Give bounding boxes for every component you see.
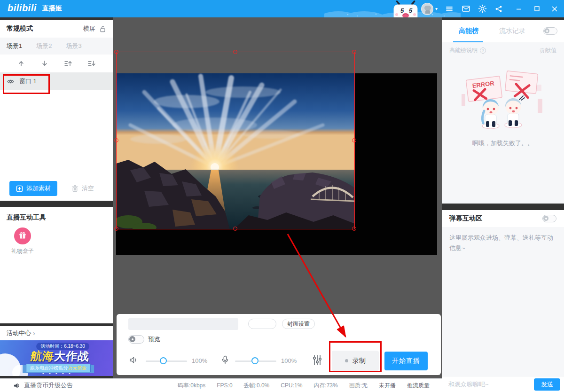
danmaku-card: 弹幕互动区 这里展示观众进场、弹幕、送礼等互动信息~ 发送 (442, 210, 564, 392)
gift-box-label: 礼物盒子 (9, 247, 36, 255)
scene-tab-2[interactable]: 场景2 (36, 42, 52, 50)
stream-stats: 码率:0kbps FPS:0 丢帧:0.0% CPU:1% 内存:73% 画质:… (178, 382, 430, 390)
banner-title: 航海大作战 (30, 349, 90, 364)
chat-input[interactable] (442, 381, 534, 388)
gift-box-tool[interactable]: 礼物盒子 (9, 227, 36, 255)
danmaku-title: 弹幕互动区 (449, 214, 542, 223)
interaction-panel: 高能榜 流水记录 高能榜说明 ? 贡献值 (442, 17, 564, 392)
activity-banner[interactable]: 活动时间：6.18~6.30 航海大作战 娱乐电台冲榜瓜分万元奖金 (0, 340, 113, 376)
start-live-button[interactable]: 开始直播 (384, 352, 428, 370)
bilibili-logo: bilibili (8, 3, 37, 14)
trash-icon (71, 185, 78, 192)
scene-tabs: 场景1 场景2 场景3 (0, 38, 113, 55)
share-icon[interactable] (494, 4, 503, 14)
banner-title-rest: 大作战 (54, 350, 90, 362)
speaker-volume-knob[interactable] (160, 357, 167, 364)
activity-center-link[interactable]: 活动中心 › (0, 326, 113, 340)
audio-settings-sliders-icon[interactable] (312, 354, 322, 366)
source-item-window1[interactable]: 窗口 1 (0, 72, 113, 90)
titlebar-actions: ▾ (421, 0, 559, 17)
mail-icon[interactable] (461, 4, 470, 14)
plus-square-icon (16, 185, 23, 192)
category-pill[interactable] (248, 319, 276, 329)
resize-handle-bottom-left[interactable] (114, 227, 118, 231)
banner-dots (43, 373, 70, 374)
mode-label: 常规模式 (7, 24, 83, 33)
mic-volume-value: 100% (281, 357, 297, 364)
resize-handle-mid-left[interactable] (114, 138, 118, 142)
svg-text:5: 5 (400, 7, 404, 14)
resize-handle-top-right[interactable] (352, 50, 356, 54)
stat-push-quality[interactable]: 推流质量 (407, 382, 430, 390)
megaphone-icon (13, 382, 20, 389)
contribution-label: 贡献值 (540, 47, 556, 55)
stat-fps: FPS:0 (217, 382, 232, 389)
tab-flow-record[interactable]: 流水记录 (499, 27, 525, 35)
microphone-icon[interactable] (221, 355, 229, 365)
announcement[interactable]: 直播货币升级公告 (13, 381, 73, 390)
move-down-icon[interactable] (39, 58, 50, 69)
danmaku-hint: 这里展示观众进场、弹幕、送礼等互动信息~ (442, 227, 564, 376)
orientation-label[interactable]: 横屏 (83, 24, 95, 33)
audio-mixer: 100% 100% 录制 开始直播 (117, 352, 441, 370)
speaker-volume-icon[interactable] (129, 355, 138, 365)
avatar[interactable] (421, 3, 433, 15)
resize-handle-bottom-center[interactable] (233, 227, 237, 231)
add-source-label: 添加素材 (26, 184, 51, 193)
chevron-right-icon: › (33, 329, 35, 337)
record-dot-icon (345, 359, 348, 362)
banner-ribbon: 娱乐电台冲榜瓜分万元奖金 (26, 364, 91, 372)
move-to-top-icon[interactable] (63, 58, 73, 69)
move-to-bottom-icon[interactable] (86, 58, 97, 69)
rank-tabs: 高能榜 流水记录 (442, 20, 564, 42)
tab-high-energy[interactable]: 高能榜 (459, 27, 478, 35)
toggle-knob (129, 336, 135, 342)
visibility-eye-icon[interactable] (7, 78, 15, 86)
danmaku-toggle[interactable] (542, 215, 556, 222)
stream-title-input[interactable] (128, 318, 238, 330)
stat-dropped-frames: 丢帧:0.0% (244, 382, 270, 390)
send-button[interactable]: 发送 (534, 378, 560, 391)
stat-memory: 内存:73% (313, 382, 337, 390)
source-label: 窗口 1 (19, 77, 37, 86)
move-up-icon[interactable] (16, 58, 26, 69)
activity-center-label: 活动中心 (7, 329, 31, 337)
preview-label: 预览 (148, 335, 160, 344)
minimize-button[interactable] (514, 4, 524, 14)
app-window: bilibili 直播姬 5 5 (0, 0, 564, 392)
stat-quality: 画质:无 (349, 382, 368, 390)
rank-toggle[interactable] (543, 27, 557, 35)
resize-handle-bottom-right[interactable] (352, 227, 356, 231)
mic-volume-knob[interactable] (251, 357, 258, 364)
scene-tab-3[interactable]: 场景3 (66, 42, 81, 50)
stat-bitrate: 码率:0kbps (178, 382, 205, 390)
scene-tab-1[interactable]: 场景1 (7, 42, 22, 50)
gift-icon (14, 227, 31, 244)
caret-down-icon[interactable]: ▾ (435, 6, 438, 11)
resize-handle-mid-right[interactable] (352, 138, 356, 142)
menu-icon[interactable] (445, 4, 454, 14)
resize-handle-top-left[interactable] (114, 50, 118, 54)
source-selection-box[interactable] (116, 52, 355, 229)
banner-title-em: 航海 (30, 350, 55, 362)
close-button[interactable] (550, 4, 559, 14)
record-button[interactable]: 录制 (332, 351, 379, 371)
svg-text:5: 5 (409, 7, 413, 14)
user-avatar-menu[interactable]: ▾ (421, 3, 438, 15)
resize-handle-top-center[interactable] (233, 50, 237, 54)
question-icon[interactable]: ? (480, 47, 486, 54)
clear-sources-button[interactable]: 清空 (71, 184, 94, 193)
preview-toggle[interactable] (128, 335, 144, 344)
unlock-icon[interactable] (99, 25, 106, 32)
maximize-button[interactable] (532, 4, 541, 14)
scene-card: 常规模式 横屏 场景1 场景2 场景3 (0, 20, 113, 201)
load-failed-text: 啊哦，加载失败了。。 (442, 139, 564, 148)
record-label: 录制 (352, 357, 366, 365)
rank-body: 高能榜说明 ? 贡献值 ERROR (442, 42, 564, 204)
settings-gear-icon[interactable] (478, 4, 487, 14)
cover-settings-button[interactable]: 封面设置 (282, 319, 315, 329)
tv-mascot: 5 5 (390, 0, 423, 17)
add-source-button[interactable]: 添加素材 (9, 181, 57, 196)
rank-help[interactable]: 高能榜说明 ? (449, 47, 540, 55)
announcement-text: 直播货币升级公告 (24, 381, 73, 390)
